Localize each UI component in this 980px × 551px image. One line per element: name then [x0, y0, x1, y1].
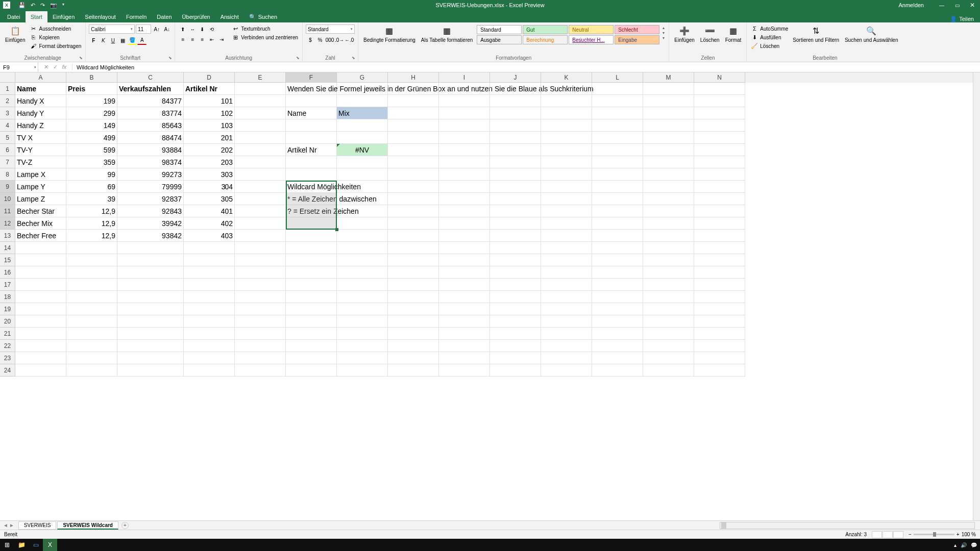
cell-A18[interactable] — [15, 291, 66, 303]
cell-C15[interactable] — [117, 254, 184, 266]
cell-B3[interactable]: 299 — [66, 107, 117, 119]
cell-N15[interactable] — [694, 254, 745, 266]
cell-J10[interactable] — [490, 193, 541, 205]
cell-J22[interactable] — [490, 340, 541, 352]
sheet-tab-sverweis-wildcard[interactable]: SVERWEIS Wildcard — [57, 521, 118, 530]
cell-E20[interactable] — [235, 315, 286, 328]
cell-N9[interactable] — [694, 181, 745, 193]
fx-button[interactable]: fx — [61, 64, 68, 70]
conditional-format-button[interactable]: ▦Bedingte Formatierung — [361, 24, 418, 44]
cell-B9[interactable]: 69 — [66, 181, 117, 193]
cell-C8[interactable]: 99273 — [117, 168, 184, 181]
cell-F9[interactable]: Wildcard Möglichkeiten — [286, 181, 337, 193]
cell-N20[interactable] — [694, 315, 745, 328]
cell-J24[interactable] — [490, 364, 541, 377]
cell-F4[interactable] — [286, 119, 337, 132]
cell-A4[interactable]: Handy Z — [15, 119, 66, 132]
cell-A23[interactable] — [15, 352, 66, 364]
col-header-E[interactable]: E — [235, 72, 286, 83]
style-gut[interactable]: Gut — [523, 25, 568, 34]
col-header-I[interactable]: I — [439, 72, 490, 83]
row-header-16[interactable]: 16 — [0, 266, 15, 279]
cell-D19[interactable] — [184, 303, 235, 315]
cell-N14[interactable] — [694, 242, 745, 254]
cell-D12[interactable]: 402 — [184, 217, 235, 230]
cell-B23[interactable] — [66, 352, 117, 364]
cell-N3[interactable] — [694, 107, 745, 119]
cell-G15[interactable] — [337, 254, 388, 266]
cell-F13[interactable] — [286, 230, 337, 242]
cell-M19[interactable] — [643, 303, 694, 315]
cell-H13[interactable] — [388, 230, 439, 242]
cell-L4[interactable] — [592, 119, 643, 132]
cell-H19[interactable] — [388, 303, 439, 315]
cell-J23[interactable] — [490, 352, 541, 364]
cell-M22[interactable] — [643, 340, 694, 352]
cell-M12[interactable] — [643, 217, 694, 230]
cell-E7[interactable] — [235, 156, 286, 168]
zoom-in-button[interactable]: + — [957, 532, 960, 537]
cell-C5[interactable]: 88474 — [117, 132, 184, 144]
cell-J9[interactable] — [490, 181, 541, 193]
italic-button[interactable]: K — [99, 36, 108, 45]
cell-L14[interactable] — [592, 242, 643, 254]
clipboard-launcher[interactable]: ⬊ — [79, 56, 84, 61]
cell-E3[interactable] — [235, 107, 286, 119]
cells-area[interactable]: NamePreisVerkaufszahlenArtikel NrWenden … — [15, 83, 973, 520]
cell-C3[interactable]: 83774 — [117, 107, 184, 119]
cell-G17[interactable] — [337, 279, 388, 291]
cell-G22[interactable] — [337, 340, 388, 352]
cell-M13[interactable] — [643, 230, 694, 242]
thousands-button[interactable]: 000 — [325, 35, 334, 44]
cell-I24[interactable] — [439, 364, 490, 377]
underline-button[interactable]: U — [108, 36, 117, 45]
cell-C7[interactable]: 98374 — [117, 156, 184, 168]
cell-L8[interactable] — [592, 168, 643, 181]
cell-D22[interactable] — [184, 340, 235, 352]
cell-E17[interactable] — [235, 279, 286, 291]
cell-B24[interactable] — [66, 364, 117, 377]
cell-A16[interactable] — [15, 266, 66, 279]
cell-A5[interactable]: TV X — [15, 132, 66, 144]
cell-I18[interactable] — [439, 291, 490, 303]
cell-D10[interactable]: 305 — [184, 193, 235, 205]
cell-A9[interactable]: Lampe Y — [15, 181, 66, 193]
cell-K2[interactable] — [541, 95, 592, 107]
tab-review[interactable]: Überprüfen — [177, 11, 215, 22]
gallery-up-icon[interactable]: ▴ — [663, 26, 665, 30]
cell-D21[interactable] — [184, 328, 235, 340]
cell-K16[interactable] — [541, 266, 592, 279]
col-header-F[interactable]: F — [286, 72, 337, 83]
cell-N7[interactable] — [694, 156, 745, 168]
cell-N6[interactable] — [694, 144, 745, 156]
cell-F17[interactable] — [286, 279, 337, 291]
cell-C22[interactable] — [117, 340, 184, 352]
cell-A1[interactable]: Name — [15, 83, 66, 95]
cell-D9[interactable]: 304 — [184, 181, 235, 193]
cell-C19[interactable] — [117, 303, 184, 315]
cell-A3[interactable]: Handy Y — [15, 107, 66, 119]
col-header-H[interactable]: H — [388, 72, 439, 83]
cell-N1[interactable] — [694, 83, 745, 95]
cell-I5[interactable] — [439, 132, 490, 144]
row-header-21[interactable]: 21 — [0, 328, 15, 340]
cell-K4[interactable] — [541, 119, 592, 132]
insert-cells-button[interactable]: ➕Einfügen — [672, 24, 696, 44]
increase-decimal-button[interactable]: .0→ — [335, 35, 344, 44]
gallery-down-icon[interactable]: ▾ — [663, 31, 665, 35]
format-painter-button[interactable]: 🖌Format übertragen — [29, 42, 82, 50]
cell-G12[interactable] — [337, 217, 388, 230]
cell-D16[interactable] — [184, 266, 235, 279]
style-standard[interactable]: Standard — [477, 25, 522, 34]
cell-F21[interactable] — [286, 328, 337, 340]
delete-cells-button[interactable]: ➖Löschen — [698, 24, 722, 44]
cell-D2[interactable]: 101 — [184, 95, 235, 107]
start-button[interactable]: ⊞ — [0, 539, 14, 551]
decrease-decimal-button[interactable]: ←.0 — [345, 35, 354, 44]
cell-J6[interactable] — [490, 144, 541, 156]
row-header-1[interactable]: 1 — [0, 83, 15, 95]
row-header-2[interactable]: 2 — [0, 95, 15, 107]
cell-F6[interactable]: Artikel Nr — [286, 144, 337, 156]
cell-N4[interactable] — [694, 119, 745, 132]
cell-C24[interactable] — [117, 364, 184, 377]
